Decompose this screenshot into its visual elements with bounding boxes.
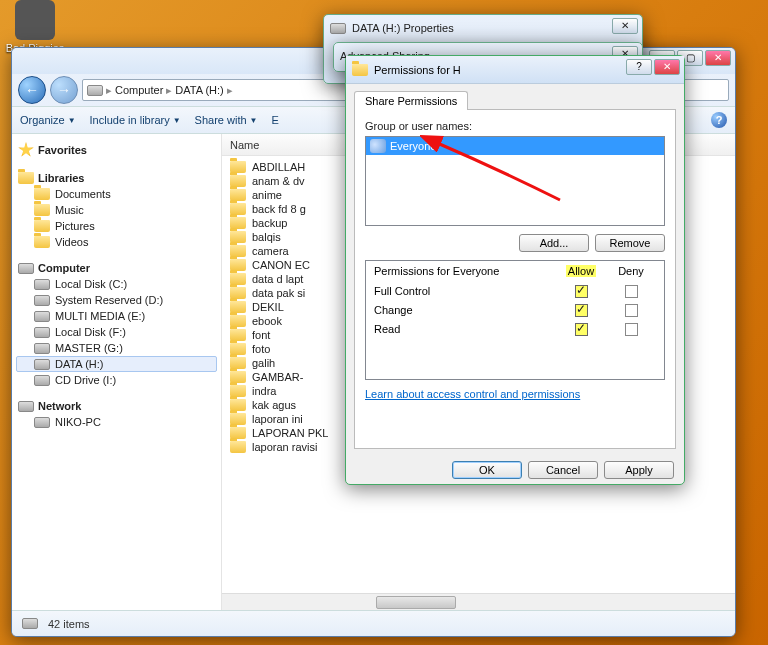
nav-back-button[interactable]: ← <box>18 76 46 104</box>
nav-drive-e[interactable]: MULTI MEDIA (E:) <box>16 308 217 324</box>
status-bar: 42 items <box>12 610 735 636</box>
user-everyone[interactable]: Everyone <box>366 137 664 155</box>
organize-button[interactable]: Organize▼ <box>20 114 76 126</box>
status-text: 42 items <box>48 618 90 630</box>
permissions-title: Permissions for H <box>374 64 461 76</box>
app-icon <box>15 0 55 40</box>
permission-name: Full Control <box>374 285 556 300</box>
users-icon <box>370 139 386 153</box>
ok-button[interactable]: OK <box>452 461 522 479</box>
add-button[interactable]: Add... <box>519 234 589 252</box>
permission-name: Read <box>374 323 556 338</box>
properties-title: DATA (H:) Properties <box>352 22 454 34</box>
deny-checkbox[interactable] <box>625 285 638 298</box>
computer-icon <box>87 85 103 96</box>
deny-checkbox[interactable] <box>625 323 638 336</box>
nav-drive-g[interactable]: MASTER (G:) <box>16 340 217 356</box>
permissions-panel: Group or user names: Everyone Add... Rem… <box>354 109 676 449</box>
nav-pictures[interactable]: Pictures <box>16 218 217 234</box>
help-button[interactable]: ? <box>626 59 652 75</box>
properties-titlebar[interactable]: DATA (H:) Properties ✕ <box>324 15 642 41</box>
close-button[interactable]: ✕ <box>705 50 731 66</box>
folder-icon <box>34 204 50 216</box>
drive-icon <box>34 327 50 338</box>
folder-icon <box>34 220 50 232</box>
close-button[interactable]: ✕ <box>612 18 638 34</box>
permission-row: Full Control <box>374 283 656 302</box>
libraries-header[interactable]: Libraries <box>16 170 217 186</box>
folder-icon <box>352 64 368 76</box>
breadcrumb-computer[interactable]: Computer <box>115 84 163 96</box>
nav-drive-i[interactable]: CD Drive (I:) <box>16 372 217 388</box>
allow-header: Allow <box>566 265 596 277</box>
drive-icon <box>34 279 50 290</box>
remove-button[interactable]: Remove <box>595 234 665 252</box>
apply-button[interactable]: Apply <box>604 461 674 479</box>
nav-drive-d[interactable]: System Reserved (D:) <box>16 292 217 308</box>
nav-niko-pc[interactable]: NIKO-PC <box>16 414 217 430</box>
network-icon <box>18 401 34 412</box>
nav-music[interactable]: Music <box>16 202 217 218</box>
group-names-label: Group or user names: <box>365 120 665 132</box>
close-button[interactable]: ✕ <box>654 59 680 75</box>
computer-header[interactable]: Computer <box>16 260 217 276</box>
permissions-for-label: Permissions for Everyone <box>374 265 556 277</box>
permission-row: Change <box>374 302 656 321</box>
allow-checkbox[interactable] <box>575 285 588 298</box>
desktop-icon-bad-piggies[interactable]: Bad Piggies <box>0 0 70 54</box>
folder-icon <box>34 188 50 200</box>
drive-icon <box>34 375 50 386</box>
favorites-header[interactable]: Favorites <box>16 140 217 160</box>
drive-icon <box>34 359 50 370</box>
user-name: Everyone <box>390 140 436 152</box>
allow-checkbox[interactable] <box>575 323 588 336</box>
include-in-library-button[interactable]: Include in library▼ <box>90 114 181 126</box>
share-with-button[interactable]: Share with▼ <box>195 114 258 126</box>
nav-forward-button[interactable]: → <box>50 76 78 104</box>
learn-link[interactable]: Learn about access control and permissio… <box>365 388 580 400</box>
permissions-grid: Permissions for Everyone Allow Deny Full… <box>365 260 665 380</box>
toolbar-extra[interactable]: E <box>271 114 278 126</box>
allow-checkbox[interactable] <box>575 304 588 317</box>
breadcrumb-drive[interactable]: DATA (H:) <box>175 84 223 96</box>
permission-name: Change <box>374 304 556 319</box>
computer-icon <box>18 263 34 274</box>
libraries-icon <box>18 172 34 184</box>
deny-header: Deny <box>606 265 656 277</box>
permissions-dialog: Permissions for H ? ✕ Share Permissions … <box>345 55 685 485</box>
drive-icon <box>22 618 38 629</box>
nav-drive-h[interactable]: DATA (H:) <box>16 356 217 372</box>
drive-icon <box>34 295 50 306</box>
help-button[interactable]: ? <box>711 112 727 128</box>
drive-icon <box>34 343 50 354</box>
drive-icon <box>330 23 346 34</box>
computer-icon <box>34 417 50 428</box>
horizontal-scrollbar[interactable] <box>222 593 735 610</box>
tab-share-permissions[interactable]: Share Permissions <box>354 91 468 110</box>
nav-documents[interactable]: Documents <box>16 186 217 202</box>
deny-checkbox[interactable] <box>625 304 638 317</box>
folder-icon <box>230 441 246 453</box>
nav-videos[interactable]: Videos <box>16 234 217 250</box>
drive-icon <box>34 311 50 322</box>
nav-pane: Favorites Libraries Documents Music Pict… <box>12 134 222 610</box>
user-list[interactable]: Everyone <box>365 136 665 226</box>
nav-drive-f[interactable]: Local Disk (F:) <box>16 324 217 340</box>
network-header[interactable]: Network <box>16 398 217 414</box>
star-icon <box>18 142 34 158</box>
permissions-titlebar[interactable]: Permissions for H ? ✕ <box>346 56 684 84</box>
folder-icon <box>34 236 50 248</box>
cancel-button[interactable]: Cancel <box>528 461 598 479</box>
tab-strip: Share Permissions <box>346 84 684 109</box>
permission-row: Read <box>374 321 656 340</box>
scroll-thumb[interactable] <box>376 596 456 609</box>
nav-drive-c[interactable]: Local Disk (C:) <box>16 276 217 292</box>
